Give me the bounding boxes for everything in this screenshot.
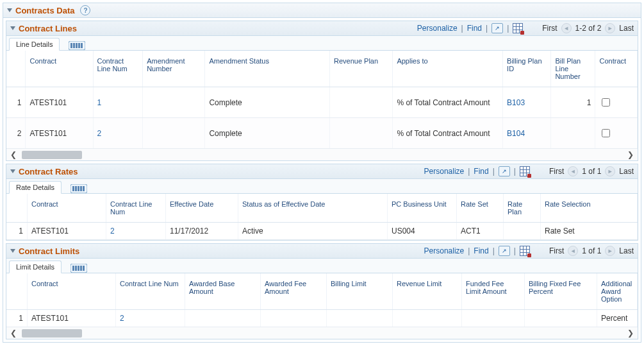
zoom-icon[interactable] [499,166,510,176]
cell-applies-to: % of Total Contract Amount [393,118,503,149]
last-label[interactable]: Last [619,167,634,176]
col-fixed-fee-pct[interactable]: Billing Fixed Fee Percent [525,273,597,310]
contract-rates-header[interactable]: Contract Rates Personalize | Find | | Fi… [6,164,638,179]
first-label[interactable]: First [542,24,557,33]
show-all-columns-icon[interactable] [67,184,91,193]
personalize-link[interactable]: Personalize [424,167,465,176]
col-eff-date[interactable]: Effective Date [166,194,238,223]
row-num: 2 [6,118,26,149]
col-line-num[interactable]: Contract Line Num [106,194,166,223]
contract-limits-title: Contract Limits [19,246,79,256]
tab-line-details[interactable]: Line Details [9,38,60,51]
col-applies-to[interactable]: Applies to [393,51,503,87]
col-rownum[interactable] [6,51,26,87]
next-arrow-icon[interactable]: ► [605,166,615,176]
limits-tab-row: Limit Details [6,259,638,273]
rates-grid: Contract Contract Line Num Effective Dat… [6,194,638,240]
cell-line-num[interactable]: 2 [116,310,185,327]
col-funded-fee[interactable]: Funded Fee Limit Amount [462,273,525,310]
col-contract[interactable]: Contract [26,51,93,87]
first-label[interactable]: First [549,246,564,255]
col-rownum[interactable] [6,194,28,223]
cell-contract: ATEST101 [26,118,93,149]
first-label[interactable]: First [549,167,564,176]
cell-revenue-limit [393,310,462,327]
svg-rect-8 [75,186,77,191]
cell-bill-plan-id[interactable]: B104 [503,118,551,149]
col-contract2[interactable]: Contract [595,51,638,87]
next-arrow-icon[interactable]: ► [605,23,615,33]
help-icon[interactable]: ? [80,5,90,15]
col-bill-plan-line[interactable]: Bill Plan Line Number [551,51,595,87]
find-link[interactable]: Find [474,167,488,176]
show-all-columns-icon[interactable] [67,263,91,273]
col-rev-plan[interactable]: Revenue Plan [330,51,393,87]
col-status[interactable]: Status as of Effective Date [238,194,388,223]
col-bill-plan-id[interactable]: Billing Plan ID [503,51,551,87]
tab-limit-details[interactable]: Limit Details [9,261,62,273]
personalize-link[interactable]: Personalize [424,246,465,255]
last-label[interactable]: Last [619,246,634,255]
zoom-icon[interactable] [499,246,510,256]
col-rate-set[interactable]: Rate Set [457,194,504,223]
col-amend-num[interactable]: Amendment Number [143,51,205,87]
show-all-columns-icon[interactable] [65,40,89,50]
scroll-left-icon[interactable]: ❮ [6,329,21,338]
col-awarded-base[interactable]: Awarded Base Amount [185,273,261,310]
contract-checkbox[interactable] [602,98,610,107]
scroll-track[interactable] [22,329,622,338]
cell-line-num[interactable]: 1 [93,87,143,118]
col-contract[interactable]: Contract [28,273,116,310]
personalize-link[interactable]: Personalize [417,24,458,33]
scroll-left-icon[interactable]: ❮ [6,150,21,159]
find-link[interactable]: Find [474,246,488,255]
scroll-right-icon[interactable]: ❯ [623,329,638,338]
download-icon[interactable] [513,23,523,33]
download-icon[interactable] [520,166,530,176]
cell-fixed-fee-pct [525,310,597,327]
cell-bill-plan-id[interactable]: B103 [503,87,551,118]
cell-line-num[interactable]: 2 [93,118,143,149]
next-arrow-icon[interactable]: ► [605,246,615,256]
find-link[interactable]: Find [467,24,482,33]
contract-lines-header[interactable]: Contract Lines Personalize | Find | | Fi… [6,21,638,36]
contract-checkbox[interactable] [602,129,610,137]
lines-hscrollbar[interactable]: ❮ ❯ [6,149,638,160]
col-revenue-limit[interactable]: Revenue Limit [393,273,462,310]
prev-arrow-icon[interactable]: ◄ [568,166,578,176]
scroll-track[interactable] [22,151,622,159]
col-awarded-fee[interactable]: Awarded Fee Amount [261,273,327,310]
col-rate-plan[interactable]: Rate Plan [504,194,541,223]
col-pc-bu[interactable]: PC Business Unit [388,194,457,223]
limits-hscrollbar[interactable]: ❮ ❯ [6,327,638,339]
cell-contract: ATEST101 [28,310,116,327]
row-num: 1 [6,310,28,327]
zoom-icon[interactable] [491,23,503,33]
col-add-award[interactable]: Additional Award Option [597,273,638,310]
col-line-num[interactable]: Contract Line Num [116,273,185,310]
col-amend-status[interactable]: Amendment Status [205,51,330,87]
scroll-thumb[interactable] [22,329,82,338]
contract-limits-header[interactable]: Contract Limits Personalize | Find | | F… [6,244,638,259]
col-line-num[interactable]: Contract Line Num [93,51,143,87]
lines-toolbar: Personalize | Find | | First ◄ 1-2 of 2 … [417,23,634,33]
cell-contract-check[interactable] [595,87,638,118]
table-row: 1ATEST1012Percent [6,310,638,327]
scroll-thumb[interactable] [22,151,82,159]
col-rate-sel[interactable]: Rate Selection [541,194,638,223]
table-row: 2ATEST1012Complete% of Total Contract Am… [6,118,638,149]
download-icon[interactable] [520,246,530,256]
cell-contract-check[interactable] [595,118,638,149]
svg-rect-7 [72,186,74,191]
contracts-data-header[interactable]: Contracts Data ? [3,3,641,18]
contract-lines-section: Contract Lines Personalize | Find | | Fi… [6,21,638,161]
tab-rate-details[interactable]: Rate Details [9,181,62,194]
col-billing-limit[interactable]: Billing Limit [327,273,393,310]
cell-line-num[interactable]: 2 [106,223,166,240]
prev-arrow-icon[interactable]: ◄ [568,246,578,256]
scroll-right-icon[interactable]: ❯ [623,150,638,159]
col-contract[interactable]: Contract [28,194,106,223]
col-rownum[interactable] [6,273,28,310]
last-label[interactable]: Last [619,24,634,33]
prev-arrow-icon[interactable]: ◄ [561,23,572,33]
